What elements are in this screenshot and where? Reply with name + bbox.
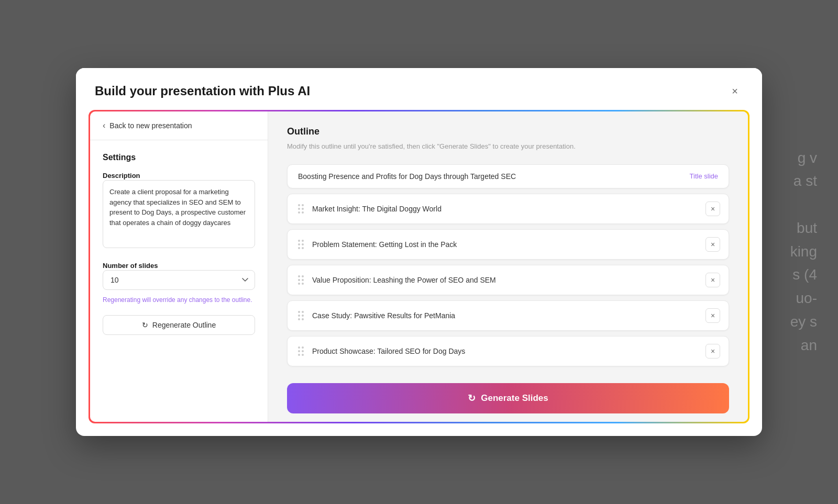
regenerate-warning: Regenerating will override any changes t… [103,295,255,305]
slide-text: Case Study: Pawsitive Results for PetMan… [312,311,699,320]
description-input[interactable] [103,180,255,248]
remove-slide-button[interactable]: × [705,237,720,252]
slides-count-label: Number of slides [103,262,158,270]
gradient-border: ‹ Back to new presentation Settings Desc… [89,110,749,423]
regenerate-outline-button[interactable]: ↻ Regenerate Outline [103,315,255,335]
outline-header: Outline Modify this outline until you're… [268,111,748,160]
modal-header: Build your presentation with Plus AI × [76,68,762,110]
regenerate-label: Regenerate Outline [152,321,216,329]
slide-text: Product Showcase: Tailored SEO for Dog D… [312,347,699,355]
drag-handle[interactable] [296,345,306,357]
back-button-label: Back to new presentation [109,121,192,130]
modal-title: Build your presentation with Plus AI [95,84,310,98]
generate-bar: ↻ Generate Slides [268,375,748,422]
generate-icon: ↻ [468,393,476,404]
outline-subtitle: Modify this outline until you're satisfi… [287,141,729,152]
settings-heading: Settings [103,153,255,162]
remove-slide-button[interactable]: × [705,201,720,216]
drag-handle[interactable] [296,274,306,286]
drag-handle[interactable] [296,203,306,215]
outline-panel: Outline Modify this outline until you're… [268,111,748,422]
generate-slides-button[interactable]: ↻ Generate Slides [287,383,729,413]
remove-slide-button[interactable]: × [705,308,720,323]
remove-slide-button[interactable]: × [705,273,720,287]
remove-slide-button[interactable]: × [705,344,720,359]
generate-slides-label: Generate Slides [481,393,548,404]
title-badge: Title slide [690,172,718,180]
drag-handle[interactable] [296,310,306,321]
back-button[interactable]: ‹ Back to new presentation [90,111,268,140]
slide-text: Value Proposition: Leashing the Power of… [312,276,699,284]
settings-sidebar: ‹ Back to new presentation Settings Desc… [90,111,268,422]
regenerate-icon: ↻ [142,321,148,329]
slides-count-select[interactable]: 5810121520 [103,270,255,290]
slide-item: Case Study: Pawsitive Results for PetMan… [287,300,729,331]
slide-item: Problem Statement: Getting Lost in the P… [287,229,729,260]
sidebar-content: Settings Description Number of slides 58… [90,140,268,422]
slides-list: Boosting Presence and Profits for Dog Da… [268,160,748,375]
slide-text: Problem Statement: Getting Lost in the P… [312,240,699,249]
slide-text: Boosting Presence and Profits for Dog Da… [298,172,683,181]
drag-handle[interactable] [296,239,306,250]
modal-dialog: Build your presentation with Plus AI × ‹… [76,68,762,436]
slide-item: Product Showcase: Tailored SEO for Dog D… [287,336,729,366]
outline-title: Outline [287,126,729,137]
back-arrow-icon: ‹ [103,121,105,130]
inner-container: ‹ Back to new presentation Settings Desc… [90,111,748,422]
modal-overlay: g va stbutkings (4uo-ey san Build your p… [0,0,838,504]
slide-item: Value Proposition: Leashing the Power of… [287,265,729,295]
close-button[interactable]: × [726,83,743,99]
slide-text: Market Insight: The Digital Doggy World [312,205,699,213]
slide-item: Market Insight: The Digital Doggy World× [287,194,729,224]
background-text: g va stbutkings (4uo-ey san [790,147,817,357]
description-label: Description [103,172,140,180]
slide-item: Boosting Presence and Profits for Dog Da… [287,164,729,188]
